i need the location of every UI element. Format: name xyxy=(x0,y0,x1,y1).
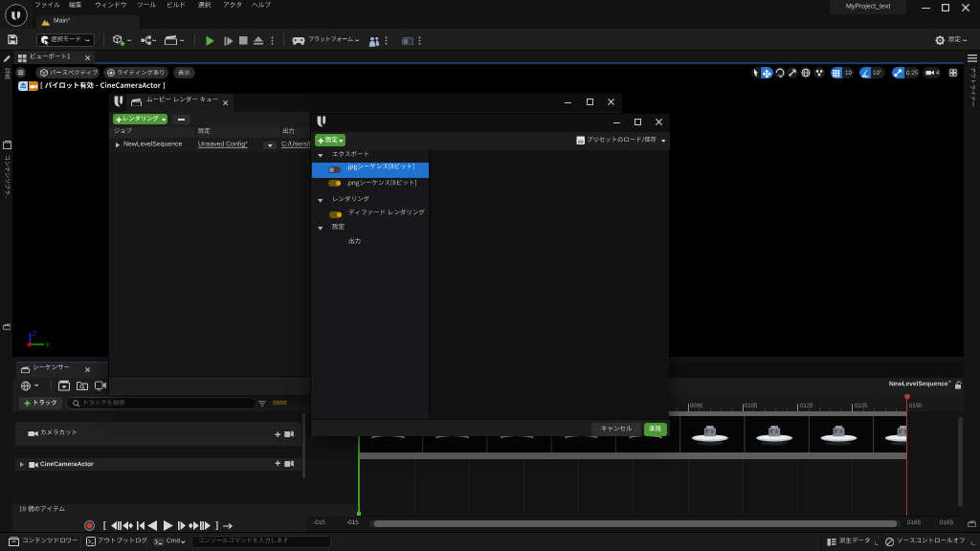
svg-text:Z: Z xyxy=(33,330,37,337)
svg-text:Y: Y xyxy=(46,342,51,348)
